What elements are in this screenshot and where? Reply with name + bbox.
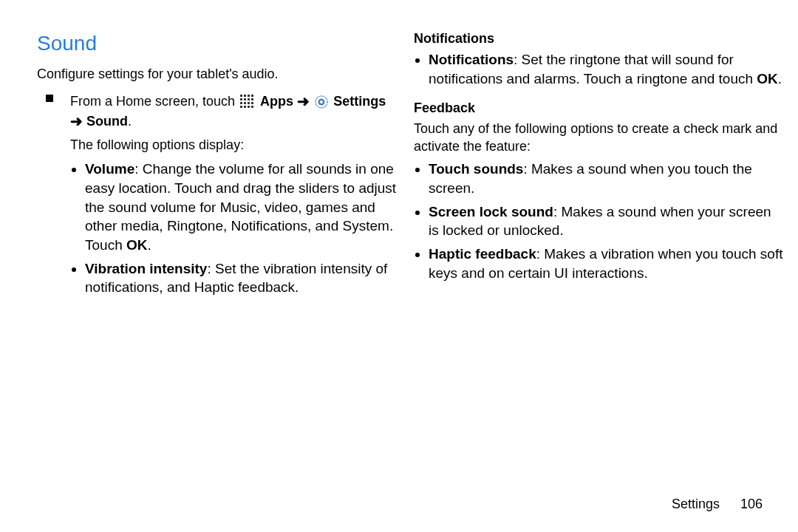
svg-rect-1 — [244, 95, 246, 97]
sound-label: Sound — [86, 114, 128, 129]
apps-label: Apps — [260, 94, 293, 109]
page-footer: Settings106 — [672, 495, 763, 513]
period: . — [128, 114, 132, 129]
svg-rect-10 — [248, 102, 250, 104]
option-tail: . — [147, 237, 151, 253]
svg-rect-12 — [240, 106, 242, 108]
notifications-heading: Notifications — [414, 30, 783, 47]
feedback-block: Feedback Touch any of the following opti… — [414, 99, 783, 283]
option-ok: OK — [126, 237, 148, 253]
left-column: Sound Configure settings for your tablet… — [37, 30, 406, 301]
feedback-list: Touch sounds: Makes a sound when you tou… — [414, 160, 783, 282]
svg-rect-6 — [248, 98, 250, 100]
item-ok: OK — [757, 71, 778, 86]
options-list: Volume: Change the volume for all sounds… — [37, 160, 406, 296]
square-bullet-icon — [46, 95, 53, 102]
option-volume: Volume: Change the volume for all sounds… — [85, 160, 406, 254]
settings-label: Settings — [333, 94, 386, 109]
feedback-haptic: Haptic feedback: Makes a vibration when … — [429, 245, 783, 282]
arrow-icon: ➜ — [70, 113, 83, 129]
svg-rect-3 — [251, 95, 253, 97]
apps-grid-icon — [240, 95, 255, 108]
item-lead: Haptic feedback — [429, 246, 536, 262]
feedback-touch-sounds: Touch sounds: Makes a sound when you tou… — [429, 160, 783, 197]
footer-section: Settings — [672, 497, 720, 511]
page-root: Sound Configure settings for your tablet… — [0, 0, 798, 532]
feedback-intro: Touch any of the following options to cr… — [414, 120, 783, 156]
feedback-screen-lock-sound: Screen lock sound: Makes a sound when yo… — [429, 202, 783, 240]
svg-rect-7 — [251, 98, 253, 100]
svg-rect-14 — [248, 106, 250, 108]
svg-rect-15 — [251, 106, 253, 108]
feedback-heading: Feedback — [414, 99, 783, 117]
item-lead: Touch sounds — [429, 161, 523, 177]
settings-gear-icon — [315, 95, 328, 109]
footer-page-number: 106 — [740, 497, 763, 511]
right-column: Notifications Notifications: Set the rin… — [414, 30, 783, 301]
option-lead: Volume — [85, 161, 134, 177]
svg-rect-4 — [240, 98, 242, 100]
svg-rect-5 — [244, 98, 246, 100]
arrow-icon: ➜ — [297, 93, 310, 109]
section-title: Sound — [37, 30, 406, 58]
option-lead: Vibration intensity — [85, 261, 207, 276]
following-options-intro: The following options display: — [37, 136, 406, 154]
svg-rect-8 — [240, 102, 242, 104]
two-column-layout: Sound Configure settings for your tablet… — [37, 30, 783, 301]
svg-rect-11 — [251, 102, 253, 104]
notifications-item: Notifications: Set the ringtone that wil… — [429, 50, 783, 88]
svg-rect-2 — [248, 95, 250, 97]
notifications-list: Notifications: Set the ringtone that wil… — [414, 50, 783, 88]
nav-prefix: From a Home screen, touch — [70, 94, 239, 109]
svg-rect-9 — [244, 102, 246, 104]
item-lead: Notifications — [429, 52, 514, 67]
navigation-step: From a Home screen, touch Apps ➜ — [37, 92, 406, 132]
item-lead: Screen lock sound — [429, 204, 553, 219]
svg-point-18 — [320, 100, 323, 103]
svg-rect-0 — [240, 95, 242, 97]
item-tail: . — [778, 71, 782, 86]
option-vibration-intensity: Vibration intensity: Set the vibration i… — [85, 259, 406, 297]
notifications-block: Notifications Notifications: Set the rin… — [414, 30, 783, 89]
svg-rect-13 — [244, 106, 246, 108]
section-intro: Configure settings for your tablet's aud… — [37, 65, 406, 83]
